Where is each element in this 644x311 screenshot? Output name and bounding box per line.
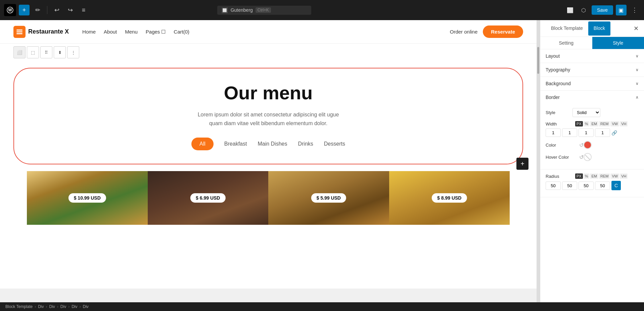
nav-pages-link[interactable]: Pages ☐ (146, 29, 166, 35)
view-button[interactable]: ⬜ (565, 5, 576, 15)
radius-unit-vh-button[interactable]: VH (620, 173, 628, 179)
search-shortcut: Ctrl+K (256, 7, 271, 13)
radius-bottom-left-input[interactable] (595, 182, 610, 190)
breadcrumb-item-div-5[interactable]: Div (83, 304, 89, 309)
sidebar-style-tab[interactable]: Style (592, 37, 644, 49)
sidebar-close-button[interactable]: ✕ (634, 25, 639, 32)
breadcrumb-item-block-template[interactable]: Block Template (5, 304, 33, 309)
border-width-right-input[interactable] (562, 128, 577, 137)
unit-vh-button[interactable]: VH (620, 121, 628, 126)
reservate-button[interactable]: Reservate (483, 25, 523, 38)
menu-tab-all[interactable]: All (191, 138, 214, 150)
sidebar-typography-header[interactable]: Typography ∨ (540, 63, 644, 76)
border-hover-color-reset-button[interactable]: ↺ (579, 154, 584, 160)
main-area: Restaurante X Home About Menu Pages ☐ Ca… (0, 20, 644, 302)
block-tool-drag-button[interactable]: ⠿ (40, 46, 52, 58)
sidebar-background-header[interactable]: Background ∨ (540, 77, 644, 90)
breadcrumb-item-div-4[interactable]: Div (72, 304, 77, 309)
edit-icon-button[interactable]: ✏ (32, 5, 43, 15)
block-tool-updown-button[interactable]: ⬍ (54, 46, 66, 58)
layout-chevron-icon: ∨ (636, 54, 639, 58)
unit-vw-button[interactable]: VW (610, 121, 619, 126)
border-width-bottom-input[interactable] (579, 128, 594, 137)
typography-chevron-icon: ∨ (636, 67, 639, 72)
breadcrumb-separator: › (35, 304, 36, 309)
nav-cart-link[interactable]: Cart(0) (174, 29, 189, 35)
menu-section: Our menu Lorem ipsum dolor sit amet cons… (0, 61, 537, 231)
border-style-row: Style Solid None Dashed Dotted (546, 108, 639, 117)
undo-button[interactable]: ↩ (51, 5, 62, 15)
sidebar-layout-header[interactable]: Layout ∨ (540, 49, 644, 63)
border-color-reset-button[interactable]: ↺ (579, 142, 584, 148)
border-width-top-input[interactable] (546, 128, 561, 137)
border-hover-color-swatch[interactable] (584, 153, 592, 161)
block-tool-more-button[interactable]: ⋮ (67, 46, 79, 58)
border-width-left-input[interactable] (595, 128, 610, 137)
breadcrumb-item-div-1[interactable]: Div (38, 304, 44, 309)
nav-home-link[interactable]: Home (82, 29, 96, 35)
canvas-area[interactable]: Restaurante X Home About Menu Pages ☐ Ca… (0, 20, 537, 302)
unit-percent-button[interactable]: % (584, 121, 590, 126)
radius-unit-rem-button[interactable]: REM (599, 173, 610, 179)
block-tool-image-button[interactable]: ⬜ (13, 46, 26, 58)
border-color-swatch[interactable] (584, 141, 592, 149)
border-color-row: Color ↺ (546, 141, 639, 149)
breadcrumb-item-div-2[interactable]: Div (49, 304, 55, 309)
border-style-select[interactable]: Solid None Dashed Dotted (572, 108, 600, 117)
food-price-badge: $ 8.99 USD (432, 193, 467, 203)
food-item: $ 5.99 USD (268, 171, 389, 225)
wp-logo[interactable]: W (4, 4, 16, 16)
add-block-button[interactable]: + (516, 158, 528, 170)
nav-menu-link[interactable]: Menu (125, 29, 138, 35)
radius-unit-px-button[interactable]: PX (575, 173, 583, 179)
unit-rem-button[interactable]: REM (599, 121, 610, 126)
radius-unit-vw-button[interactable]: VW (610, 173, 619, 179)
nav-logo: Restaurante X (13, 26, 69, 38)
redo-button[interactable]: ↪ (65, 5, 76, 15)
right-sidebar: Block Template Block ✕ Setting Style Lay… (540, 20, 644, 302)
menu-tab-breakfast[interactable]: Breakfast (224, 141, 247, 147)
sidebar-section-background: Background ∨ (540, 77, 644, 91)
breadcrumb-item-div-3[interactable]: Div (60, 304, 66, 309)
border-style-select-wrapper: Solid None Dashed Dotted (572, 108, 639, 117)
breadcrumb-separator: › (80, 304, 81, 309)
radius-top-right-input[interactable] (562, 182, 577, 190)
menu-container: Our menu Lorem ipsum dolor sit amet cons… (13, 68, 523, 164)
external-link-button[interactable]: ⬡ (578, 5, 589, 15)
sidebar-tab-block-template[interactable]: Block Template (546, 21, 588, 36)
menu-tab-drinks[interactable]: Drinks (298, 141, 313, 147)
unit-px-button[interactable]: PX (575, 121, 583, 126)
sidebar-section-layout: Layout ∨ (540, 49, 644, 63)
sidebar-border-header[interactable]: Border ∧ (540, 91, 644, 104)
unit-em-button[interactable]: EM (590, 121, 598, 126)
vertical-scrollbar[interactable] (537, 20, 540, 302)
radius-unit-em-button[interactable]: EM (590, 173, 598, 179)
sidebar-setting-tab[interactable]: Setting (540, 37, 592, 49)
sidebar-tab-block[interactable]: Block (588, 21, 610, 36)
menu-button[interactable]: ≡ (78, 5, 89, 15)
more-options-button[interactable]: ⋮ (629, 5, 640, 15)
radius-row: Radius PX % EM REM VW VH (546, 173, 639, 190)
menu-title: Our menu (34, 82, 502, 104)
svg-rect-3 (16, 31, 22, 32)
sidebar-typography-title: Typography (546, 67, 570, 72)
border-color-label: Color (546, 143, 579, 148)
sidebar-mode-tabs: Setting Style (540, 37, 644, 49)
radius-bottom-right-input[interactable] (579, 182, 594, 190)
menu-tab-main-dishes[interactable]: Main Dishes (258, 141, 287, 147)
border-width-link-icon[interactable]: 🔗 (611, 130, 617, 136)
background-chevron-icon: ∨ (636, 81, 639, 86)
block-tool-align-button[interactable]: ⬚ (27, 46, 39, 58)
radius-top-left-input[interactable] (546, 182, 561, 190)
nav-about-link[interactable]: About (104, 29, 117, 35)
radius-unit-percent-button[interactable]: % (584, 173, 590, 179)
border-chevron-icon: ∧ (636, 95, 639, 100)
radius-corner-button[interactable]: C (611, 181, 621, 190)
food-item: $ 10.99 USD (27, 171, 148, 225)
save-button[interactable]: Save (592, 5, 613, 15)
sidebar-header: Block Template Block ✕ (540, 20, 644, 37)
search-bar[interactable]: 🔲 Gutenberg Ctrl+K (217, 6, 311, 15)
menu-tab-desserts[interactable]: Desserts (324, 141, 345, 147)
sidebar-toggle-button[interactable]: ▣ (616, 5, 627, 15)
add-block-toolbar-button[interactable]: + (19, 5, 30, 15)
